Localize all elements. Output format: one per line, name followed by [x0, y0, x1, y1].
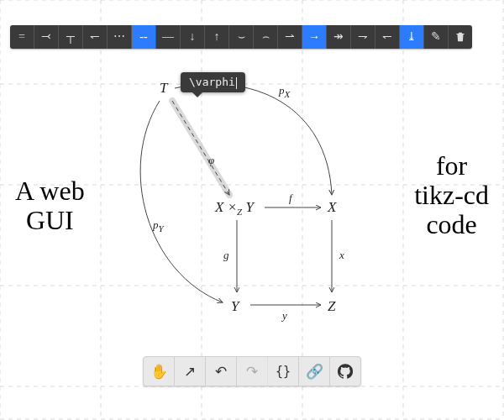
node-T[interactable]: T — [160, 80, 169, 96]
caption-left: A webGUI — [15, 176, 85, 235]
edge-f[interactable]: f — [265, 192, 321, 207]
bend-over[interactable]: ⌢ — [254, 25, 278, 49]
svg-text:x: x — [339, 249, 344, 261]
github-link[interactable] — [330, 357, 360, 386]
undo[interactable]: ↶ — [206, 357, 237, 386]
undo-icon: ↶ — [215, 363, 227, 381]
head-harpoon-dn[interactable]: ↽ — [375, 25, 400, 49]
pan-tool[interactable]: ✋ — [144, 357, 175, 386]
edge-pY[interactable]: pY — [140, 101, 223, 302]
style-dashed[interactable]: -- — [132, 25, 156, 49]
bend-under[interactable]: ⌣ — [229, 25, 254, 49]
svg-text:φ: φ — [208, 154, 214, 166]
head-harpoon-up[interactable]: ⇁ — [351, 25, 375, 49]
svg-text:g: g — [223, 249, 229, 261]
svg-line-13 — [172, 101, 229, 195]
head-normal[interactable]: → — [302, 25, 327, 49]
bottom-toolbar: ✋ ↗ ↶ ↷ {} 🔗 — [143, 356, 361, 386]
code-icon: {} — [276, 364, 291, 379]
style-dotted[interactable]: ⋯ — [108, 25, 132, 49]
caption-right: fortikz-cdcode — [414, 151, 489, 240]
style-equals[interactable]: = — [10, 25, 34, 49]
head-strike[interactable]: ⤓ — [400, 25, 424, 49]
node-Y[interactable]: Y — [231, 298, 240, 314]
hand-icon: ✋ — [150, 363, 168, 381]
style-harpoon[interactable]: ↽ — [83, 25, 108, 49]
edit-label[interactable]: ✎ — [424, 25, 449, 49]
redo-icon: ↷ — [246, 363, 258, 381]
delete[interactable] — [449, 25, 472, 49]
tail-bar[interactable]: ⇀ — [278, 25, 302, 49]
arrow-tool[interactable]: ↗ — [175, 357, 206, 386]
node-X[interactable]: X — [327, 199, 337, 215]
style-pullback[interactable]: ⤙ — [34, 25, 59, 49]
text-caret — [236, 77, 237, 89]
redo[interactable]: ↷ — [237, 357, 268, 386]
top-toolbar: = ⤙ ┬ ↽ ⋯ -- — ↓ ↑ ⌣ ⌢ ⇀ → ↠ ⇁ ↽ ⤓ ✎ — [10, 25, 472, 49]
node-XxY[interactable]: X ×Z Y — [214, 199, 255, 217]
head-double[interactable]: ↠ — [327, 25, 351, 49]
arrow-down[interactable]: ↓ — [181, 25, 205, 49]
github-icon — [338, 364, 353, 379]
edge-g[interactable]: g — [223, 220, 237, 292]
arrow-up[interactable]: ↑ — [205, 25, 229, 49]
svg-text:pX: pX — [278, 84, 291, 99]
style-solid[interactable]: — — [156, 25, 181, 49]
label-editor-tooltip[interactable]: \varphi — [181, 72, 245, 92]
edge-phi[interactable]: φ — [172, 101, 229, 195]
arrow-icon: ↗ — [184, 363, 196, 381]
export-code[interactable]: {} — [268, 357, 299, 386]
node-Z[interactable]: Z — [328, 298, 336, 314]
style-tee[interactable]: ┬ — [59, 25, 83, 49]
svg-text:f: f — [289, 192, 294, 204]
link-icon: 🔗 — [306, 363, 323, 381]
svg-text:y: y — [281, 309, 287, 322]
edge-y[interactable]: y — [250, 305, 321, 322]
edge-x[interactable]: x — [332, 220, 344, 292]
svg-text:pY: pY — [152, 218, 165, 234]
trash-icon — [454, 31, 466, 43]
label-input[interactable]: \varphi — [189, 76, 235, 88]
share-link[interactable]: 🔗 — [299, 357, 330, 386]
